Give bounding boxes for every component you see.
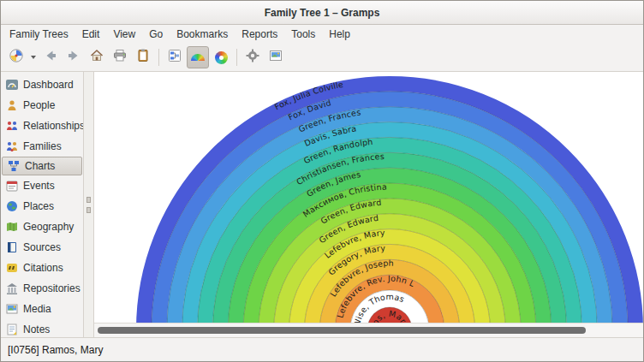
toolbar-separator — [236, 49, 237, 66]
clipboard-button[interactable] — [132, 46, 154, 68]
horizontal-scrollbar[interactable] — [94, 323, 643, 337]
gear-icon — [245, 48, 260, 67]
pedigree-icon — [167, 48, 182, 67]
fan-chart-canvas[interactable]: Ramos, MaryWise, ThomasLefebvre, Rev. Jo… — [94, 72, 643, 337]
chevron-down-icon — [31, 56, 36, 59]
full-circle-view-button[interactable] — [210, 46, 232, 68]
sidebar-item-label: Places — [23, 200, 54, 212]
sidebar-item-label: Citations — [23, 262, 63, 274]
sidebar-item-label: Repositories — [23, 282, 80, 294]
picture-button[interactable] — [265, 46, 287, 68]
home-icon — [89, 48, 104, 67]
two-people-icon — [5, 119, 19, 133]
pedigree-view-button[interactable] — [164, 46, 186, 68]
configure-button[interactable] — [242, 46, 264, 68]
titlebar[interactable]: Family Tree 1 – Gramps — [1, 1, 643, 25]
sidebar-item-label: Geography — [23, 221, 74, 233]
sidebar-item-dashboard[interactable]: Dashboard — [1, 74, 83, 95]
sidebar-item-people[interactable]: People — [1, 95, 83, 116]
sidebar-item-relationships[interactable]: Relationships — [1, 116, 83, 136]
sidebar-item-label: Events — [23, 180, 55, 192]
person-icon — [5, 98, 19, 112]
print-button[interactable] — [109, 46, 131, 68]
home-person-button[interactable] — [86, 46, 108, 68]
forward-arrow-icon — [66, 48, 81, 67]
sidebar-item-events[interactable]: Events — [1, 175, 83, 196]
sidebar-item-label: People — [23, 99, 55, 111]
menu-item-help[interactable]: Help — [322, 26, 357, 43]
sidebar-item-media[interactable]: Media — [1, 299, 83, 319]
family-icon — [5, 139, 19, 153]
gramps-menu-caret-button[interactable] — [28, 46, 39, 68]
sidebar-item-places[interactable]: Places — [1, 196, 83, 217]
fan-chart-view-button[interactable] — [187, 46, 209, 68]
sidebar-item-families[interactable]: Families — [1, 136, 83, 157]
menubar: Family Trees Edit View Go Bookmarks Repo… — [1, 25, 643, 44]
gramps-logo-icon — [9, 48, 24, 67]
chart-tree-icon — [7, 159, 21, 173]
toolbar-separator — [158, 49, 159, 66]
toolbar — [1, 44, 643, 72]
sidebar-item-label: Sources — [23, 241, 61, 253]
menu-item-bookmarks[interactable]: Bookmarks — [170, 26, 235, 43]
sidebar-item-label: Media — [23, 303, 51, 315]
sidebar-splitter[interactable] — [84, 72, 94, 337]
menu-item-view[interactable]: View — [106, 26, 142, 43]
sidebar-item-label: Charts — [25, 160, 55, 172]
menu-item-reports[interactable]: Reports — [235, 26, 284, 43]
map-icon — [5, 220, 19, 234]
globe-icon — [5, 199, 19, 213]
sidebar-item-citations[interactable]: Citations — [1, 258, 83, 278]
menu-item-family-trees[interactable]: Family Trees — [3, 26, 75, 43]
sidebar-item-label: Relationships — [23, 120, 83, 132]
sidebar: Dashboard People Relationships Families … — [1, 72, 84, 337]
full-circle-chart-icon — [215, 51, 228, 64]
note-icon — [5, 323, 19, 336]
splitter-handle-icon — [86, 207, 91, 213]
fan-chart-icon — [191, 54, 205, 61]
sidebar-item-label: Dashboard — [23, 79, 74, 91]
picture-icon — [268, 48, 283, 67]
sidebar-item-sources[interactable]: Sources — [1, 237, 83, 258]
menu-item-go[interactable]: Go — [142, 26, 170, 43]
gramps-window: Family Tree 1 – Gramps Family Trees Edit… — [0, 0, 644, 362]
clipboard-icon — [135, 48, 151, 67]
statusbar: [I0756] Ramos, Mary — [1, 337, 643, 361]
splitter-handle-icon — [86, 197, 91, 203]
forward-button[interactable] — [63, 46, 85, 68]
back-button[interactable] — [39, 46, 62, 68]
sidebar-item-geography[interactable]: Geography — [1, 217, 83, 237]
book-icon — [5, 240, 19, 254]
gramps-menu-button[interactable] — [5, 46, 27, 68]
menu-item-edit[interactable]: Edit — [75, 26, 107, 43]
printer-icon — [112, 48, 128, 67]
quote-icon — [5, 261, 19, 275]
window-title: Family Tree 1 – Gramps — [265, 7, 380, 19]
calendar-icon — [5, 179, 19, 193]
sidebar-item-repositories[interactable]: Repositories — [1, 278, 83, 299]
back-arrow-icon — [43, 48, 58, 67]
menu-item-tools[interactable]: Tools — [284, 26, 322, 43]
fan-chart-view[interactable]: Ramos, MaryWise, ThomasLefebvre, Rev. Jo… — [94, 72, 643, 337]
dashboard-icon — [5, 78, 19, 92]
photo-icon — [5, 302, 19, 316]
sidebar-item-label: Notes — [23, 323, 50, 335]
status-text: [I0756] Ramos, Mary — [8, 344, 103, 356]
main-content: Dashboard People Relationships Families … — [1, 72, 643, 337]
horizontal-scrollbar-thumb[interactable] — [98, 327, 586, 334]
sidebar-item-charts[interactable]: Charts — [2, 157, 82, 175]
building-icon — [5, 282, 19, 295]
sidebar-item-label: Families — [23, 140, 62, 152]
